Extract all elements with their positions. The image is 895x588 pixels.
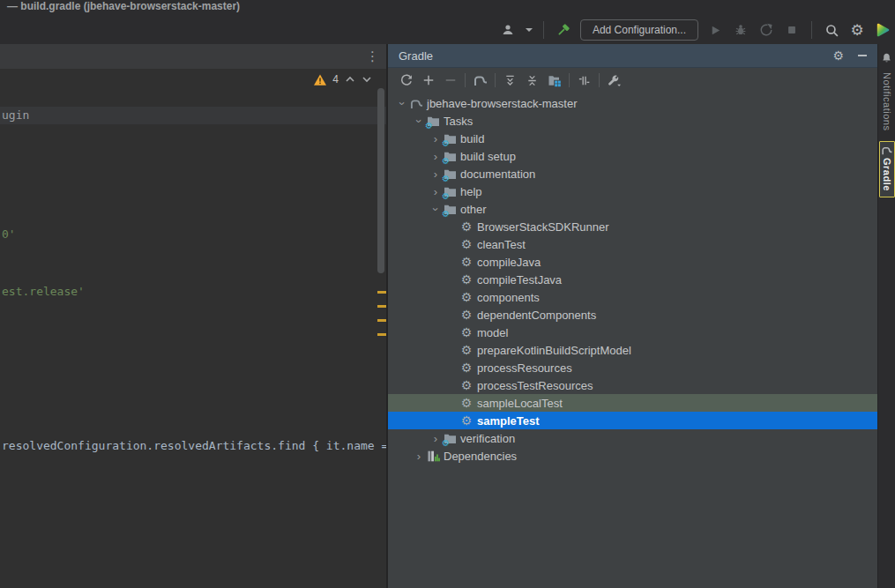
tasks-folder-icon: ⚙ xyxy=(443,184,457,198)
tree-item-samplelocaltest[interactable]: ⚙sampleLocalTest xyxy=(388,394,877,412)
tree-item-label: sampleTest xyxy=(477,414,547,428)
tree-item-sampletest[interactable]: ⚙sampleTest xyxy=(388,412,877,429)
collapse-all-icon[interactable] xyxy=(521,70,543,91)
previous-warning-icon[interactable] xyxy=(345,75,355,84)
gradle-panel-title: Gradle xyxy=(399,49,832,63)
offline-mode-icon[interactable] xyxy=(573,70,595,91)
tree-item-build-setup[interactable]: ›⚙build setup xyxy=(388,147,877,165)
run-icon[interactable] xyxy=(706,21,724,39)
tree-item-build[interactable]: ›⚙build xyxy=(388,130,877,147)
toolbar-separator xyxy=(569,73,570,87)
scrollbar-thumb[interactable] xyxy=(377,88,384,273)
tree-item-label: verification xyxy=(460,432,522,445)
run-with-coverage-icon[interactable] xyxy=(757,21,775,39)
tree-item-label: help xyxy=(460,185,489,198)
tree-item-processtestresources[interactable]: ⚙processTestResources xyxy=(388,376,877,394)
tool-window-button-notifications[interactable]: Notifications xyxy=(882,72,892,130)
refresh-icon[interactable] xyxy=(395,70,417,91)
tasks-folder-icon: ⚙ xyxy=(443,131,457,145)
tree-item-browserstacksdkrunner[interactable]: ⚙BrowserStackSDKRunner xyxy=(388,218,877,235)
tree-item-label: Dependencies xyxy=(444,450,524,463)
tree-item-dependentcomponents[interactable]: ⚙dependentComponents xyxy=(388,306,877,324)
scrollbar-warning-mark[interactable] xyxy=(377,333,386,336)
task-gear-icon: ⚙ xyxy=(459,255,474,269)
user-dropdown-icon[interactable] xyxy=(499,21,517,39)
gradle-tree: ›jbehave-browserstack-master›⚙Tasks›⚙bui… xyxy=(388,93,877,465)
tool-window-button-gradle[interactable]: Gradle xyxy=(879,141,895,197)
tasks-folder-icon: ⚙ xyxy=(443,431,457,445)
chevron-right-icon[interactable]: › xyxy=(429,150,443,163)
tree-item-label: other xyxy=(460,203,494,216)
tree-item-label: compileTestJava xyxy=(477,273,569,287)
gradle-elephant-icon[interactable] xyxy=(469,70,491,91)
tree-item-components[interactable]: ⚙components xyxy=(388,288,877,306)
tool-window-options-gear-icon[interactable]: ⚙ xyxy=(832,49,844,62)
tasks-folder-icon: ⚙ xyxy=(443,202,457,216)
tree-item-verification[interactable]: ›⚙verification xyxy=(388,429,877,447)
tree-item-label: cleanTest xyxy=(477,238,533,251)
toolbar-separator xyxy=(543,21,544,39)
hide-tool-window-icon[interactable] xyxy=(858,55,867,56)
tree-item-help[interactable]: ›⚙help xyxy=(388,182,877,200)
task-gear-icon: ⚙ xyxy=(459,343,474,357)
tree-item-compiletestjava[interactable]: ⚙compileTestJava xyxy=(388,271,877,288)
tree-item-tasks[interactable]: ›⚙Tasks xyxy=(388,112,877,130)
chevron-down-icon[interactable]: › xyxy=(429,202,443,216)
tree-item-other[interactable]: ›⚙other xyxy=(388,200,877,218)
editor-tab-bar: ⋮ xyxy=(0,44,386,69)
window-title: — build.gradle (jbehave-browserstack-mas… xyxy=(7,0,240,12)
task-gear-icon: ⚙ xyxy=(459,237,474,251)
chevron-down-icon[interactable]: › xyxy=(396,96,409,110)
chevron-right-icon[interactable]: › xyxy=(429,132,443,145)
chevron-right-icon[interactable]: › xyxy=(412,450,426,463)
build-hammer-icon[interactable] xyxy=(555,21,572,39)
chevron-down-icon[interactable] xyxy=(526,28,533,32)
tree-item-compilejava[interactable]: ⚙compileJava xyxy=(388,253,877,271)
editor-scrollbar[interactable] xyxy=(377,69,386,588)
task-gear-icon: ⚙ xyxy=(459,413,474,428)
current-line-highlight xyxy=(0,107,386,124)
window-titlebar: — build.gradle (jbehave-browserstack-mas… xyxy=(0,0,895,14)
add-configuration-button[interactable]: Add Configuration... xyxy=(580,19,698,41)
expand-all-icon[interactable] xyxy=(499,70,521,91)
notifications-bell-icon[interactable] xyxy=(881,52,892,68)
add-icon[interactable] xyxy=(417,70,439,91)
task-gear-icon: ⚙ xyxy=(459,361,474,375)
tree-item-model[interactable]: ⚙model xyxy=(388,324,877,341)
tree-item-processresources[interactable]: ⚙processResources xyxy=(388,359,877,376)
warning-triangle-icon xyxy=(314,74,326,86)
remove-icon[interactable] xyxy=(439,70,461,91)
scrollbar-warning-mark[interactable] xyxy=(377,319,386,322)
gradle-settings-wrench-icon[interactable] xyxy=(603,70,625,91)
scrollbar-warning-mark[interactable] xyxy=(377,291,386,294)
inspections-widget[interactable]: 4 xyxy=(314,73,372,86)
tree-item-label: components xyxy=(477,291,547,304)
chevron-down-icon[interactable]: › xyxy=(413,114,426,128)
settings-gear-icon[interactable]: ⚙ xyxy=(848,21,866,39)
tree-item-cleantest[interactable]: ⚙cleanTest xyxy=(388,235,877,253)
code-editor[interactable]: ugin0'est.release'resolvedConfiguration.… xyxy=(0,69,386,588)
tree-item-label: processResources xyxy=(477,361,579,375)
tree-item-documentation[interactable]: ›⚙documentation xyxy=(388,165,877,182)
chevron-right-icon[interactable]: › xyxy=(429,167,443,181)
gradle-panel-header[interactable]: Gradle ⚙ xyxy=(388,44,877,68)
next-warning-icon[interactable] xyxy=(362,75,372,84)
tasks-folder-icon: ⚙ xyxy=(426,114,440,128)
code-line: 0' xyxy=(2,227,16,241)
group-tasks-icon[interactable] xyxy=(543,70,565,91)
tree-item-label: build setup xyxy=(460,150,523,163)
tree-item-jbehave-browserstack-master[interactable]: ›jbehave-browserstack-master xyxy=(388,94,877,112)
search-everywhere-icon[interactable] xyxy=(823,21,840,39)
tasks-folder-icon: ⚙ xyxy=(443,167,457,181)
gradle-project-icon xyxy=(409,96,423,110)
gradle-tab-label: Gradle xyxy=(882,158,892,191)
tree-item-dependencies[interactable]: ›Dependencies xyxy=(388,447,877,465)
scrollbar-warning-mark[interactable] xyxy=(377,305,386,308)
chevron-right-icon[interactable]: › xyxy=(429,432,443,445)
stop-icon[interactable] xyxy=(783,21,801,39)
tree-item-preparekotlinbuildscriptmodel[interactable]: ⚙prepareKotlinBuildScriptModel xyxy=(388,341,877,359)
debug-icon[interactable] xyxy=(732,21,750,39)
tab-options-icon[interactable]: ⋮ xyxy=(366,48,379,64)
task-gear-icon: ⚙ xyxy=(459,290,474,304)
chevron-right-icon[interactable]: › xyxy=(429,185,443,198)
